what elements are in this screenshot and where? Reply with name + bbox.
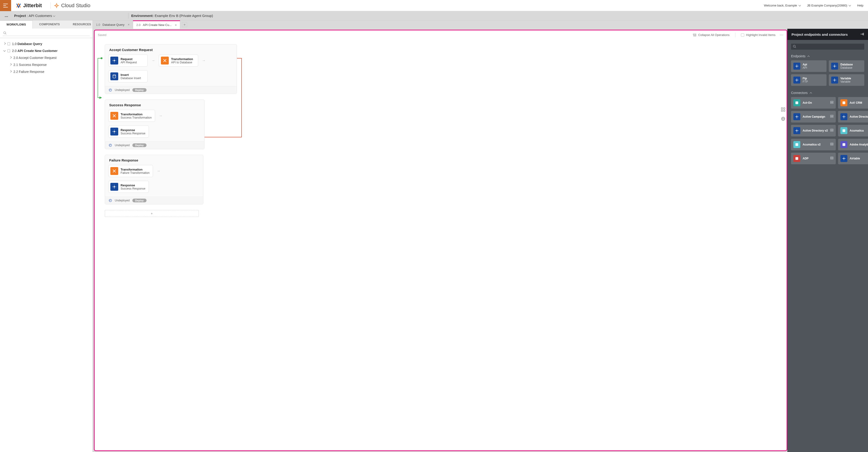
endpoint-tile[interactable]: DatabaseDatabase <box>829 60 864 72</box>
welcome-dropdown[interactable]: Welcome back, Example <box>764 4 801 7</box>
undeployed-icon <box>109 144 112 147</box>
collapse-all-button[interactable]: Collapse All Operations <box>693 33 730 37</box>
workflow-tab-add[interactable]: ＋ <box>182 22 187 27</box>
tree-item-2-0[interactable]: 2.0 Accept Customer Request <box>1 54 92 61</box>
project-actions-button[interactable]: ... <box>5 13 8 18</box>
svg-rect-35 <box>784 110 785 111</box>
steps-row: RequestAPI Request → TransformationAPI t… <box>105 55 237 86</box>
step-transformation[interactable]: TransformationFailure Transformation <box>108 165 153 177</box>
svg-rect-93 <box>831 143 833 144</box>
tree-item-2-2[interactable]: 2.2 Failure Response <box>1 68 92 75</box>
palette-collapse-button[interactable] <box>860 32 864 36</box>
connector-tile[interactable]: Acumatica <box>838 125 868 136</box>
help-link[interactable]: Help <box>857 4 863 7</box>
project-name: : API Customers <box>27 14 52 18</box>
chevron-right-icon <box>3 42 6 46</box>
transformation-icon <box>111 112 118 120</box>
workflow-tab-1[interactable]: 1.0 Database Query × <box>93 21 133 29</box>
company-dropdown[interactable]: JB Example Company(20980) <box>807 4 850 7</box>
add-operation-button[interactable]: + <box>105 210 199 217</box>
canvas-more-button[interactable]: ⋯ <box>780 33 783 37</box>
step-transformation[interactable]: TransformationSuccess Transformation <box>108 110 155 122</box>
step-request[interactable]: RequestAPI Request <box>108 55 148 66</box>
tree-search-input[interactable] <box>3 30 90 36</box>
tree-item-1[interactable]: 1.0 Database Query <box>1 40 92 47</box>
workflow-tab-2[interactable]: 2.0 API Create New Cu... × <box>133 21 180 29</box>
connector-icon <box>840 155 847 162</box>
tile-title: Acumatica <box>850 129 868 132</box>
deploy-button[interactable]: Deploy <box>132 143 147 147</box>
palette-title: Project endpoints and connectors <box>792 32 848 36</box>
svg-rect-73 <box>831 115 833 116</box>
endpoints-section-header[interactable]: Endpoints <box>791 54 864 58</box>
palette-rail <box>779 106 787 122</box>
tile-subtitle: FTP <box>803 80 824 83</box>
svg-rect-8 <box>8 50 10 52</box>
connector-tile[interactable]: Active Campaign <box>791 111 836 122</box>
step-insert[interactable]: InsertDatabase Insert <box>108 70 148 82</box>
canvas-body[interactable]: Accept Customer Request RequestAPI Reque… <box>95 40 786 450</box>
workflow-tree: 1.0 Database Query 2.0 API Create New Cu… <box>0 38 93 452</box>
svg-rect-64 <box>831 103 833 104</box>
connector-tile[interactable]: Airtable <box>838 153 868 164</box>
tree-item-2[interactable]: 2.0 API Create New Customer <box>1 47 92 54</box>
environment-display: Environment: Example Env B (Private Agen… <box>131 14 213 18</box>
highlight-invalid-toggle[interactable]: Highlight Invalid Items <box>741 33 775 37</box>
deploy-button[interactable]: Deploy <box>132 88 147 92</box>
endpoint-tile[interactable]: VariableVariable <box>829 74 864 86</box>
close-icon[interactable]: × <box>175 23 177 27</box>
configure-icon[interactable] <box>830 101 833 105</box>
database-icon <box>111 73 118 80</box>
brand-logo[interactable]: Jitterbit <box>11 3 46 8</box>
tile-title: Api <box>803 63 824 66</box>
svg-rect-9 <box>693 34 696 35</box>
operation-card[interactable]: Accept Customer Request RequestAPI Reque… <box>105 44 237 94</box>
connector-tile[interactable]: ADP <box>791 153 836 164</box>
operation-card[interactable]: Success Response TransformationSuccess T… <box>105 100 205 149</box>
api-icon <box>111 128 118 136</box>
tree-item-2-1[interactable]: 2.1 Success Response <box>1 61 92 68</box>
tab-workflows[interactable]: WORKFLOWS <box>0 21 33 29</box>
hamburger-icon <box>3 4 8 7</box>
env-name: Example Env B (Private Agent Group) <box>155 14 213 18</box>
left-panel: WORKFLOWS COMPONENTS RESOURCES 1.0 Datab… <box>0 21 93 452</box>
connector-tile[interactable]: Acumatica v2 <box>791 139 836 150</box>
connector-tile[interactable]: Act-On <box>791 97 836 109</box>
connector-icon <box>793 127 800 134</box>
operation-card[interactable]: Failure Response TransformationFailure T… <box>105 155 203 204</box>
connector-tile[interactable]: Active Directory <box>838 111 868 122</box>
project-selector[interactable]: Project : API Customers <box>14 14 125 18</box>
svg-point-13 <box>114 60 115 61</box>
tile-title: Ftp <box>803 77 824 80</box>
connectors-section-header[interactable]: Connectors <box>791 91 864 95</box>
endpoint-tile[interactable]: FtpFTP <box>791 74 827 86</box>
endpoints-grid: ApiAPIDatabaseDatabaseFtpFTPVariableVari… <box>791 60 864 86</box>
rail-components-icon[interactable] <box>780 106 786 113</box>
configure-icon[interactable] <box>830 115 833 119</box>
configure-icon[interactable] <box>830 142 833 147</box>
chevron-down-icon <box>53 14 55 18</box>
palette-search-input[interactable] <box>791 44 864 50</box>
connector-tile[interactable]: Act! CRM <box>838 97 868 109</box>
hamburger-button[interactable] <box>0 0 11 11</box>
endpoint-icon <box>831 77 838 84</box>
search-icon <box>793 45 796 48</box>
connector-tile[interactable]: Adobe Analytics <box>838 139 868 150</box>
chevron-right-icon <box>9 70 11 73</box>
step-transformation[interactable]: TransformationAPI to Database <box>159 55 198 66</box>
svg-point-26 <box>114 186 115 188</box>
connector-tile[interactable]: Active Directory v2 <box>791 125 836 136</box>
configure-icon[interactable] <box>830 129 833 133</box>
studio-title[interactable]: Cloud Studio <box>54 3 90 8</box>
connector-icon <box>840 141 847 148</box>
step-response[interactable]: ResponseSuccess Response <box>108 181 149 193</box>
close-icon[interactable]: × <box>128 23 130 26</box>
svg-rect-34 <box>781 110 783 111</box>
step-response[interactable]: ResponseSuccess Response <box>108 125 149 138</box>
configure-icon[interactable] <box>830 157 833 161</box>
rail-globe-icon[interactable] <box>780 116 786 122</box>
tab-components[interactable]: COMPONENTS <box>33 21 66 29</box>
svg-rect-63 <box>831 101 833 102</box>
endpoint-tile[interactable]: ApiAPI <box>791 60 827 72</box>
deploy-button[interactable]: Deploy <box>132 199 147 202</box>
